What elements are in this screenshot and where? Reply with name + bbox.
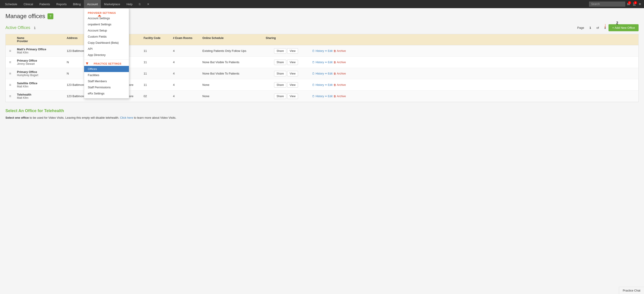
mail-badge: 1 bbox=[628, 1, 631, 4]
td-actions-2: 🗒 History ✏ Edit 🗑 Archive bbox=[309, 57, 349, 68]
dropdown-account-settings[interactable]: Account Settings bbox=[84, 15, 129, 21]
row-handle-1[interactable]: ≡ bbox=[6, 45, 15, 56]
history-button-1[interactable]: 🗒 History bbox=[312, 49, 324, 53]
history-button-4[interactable]: 🗒 History bbox=[312, 83, 324, 87]
share-button-1[interactable]: Share bbox=[274, 48, 286, 54]
dropdown-staff-members[interactable]: Staff Members bbox=[84, 78, 129, 84]
row-handle-4[interactable]: ≡ bbox=[6, 79, 15, 90]
dropdown-divider bbox=[84, 59, 129, 60]
archive-button-2[interactable]: 🗑 Archive bbox=[334, 61, 346, 64]
dropdown-account-setup[interactable]: Account Setup bbox=[84, 27, 129, 34]
td-online-4: None bbox=[200, 79, 264, 90]
row-handle-5[interactable]: ≡ bbox=[6, 91, 15, 102]
add-button[interactable]: + bbox=[638, 2, 642, 7]
telehealth-section: Select An Office for Telehealth Select o… bbox=[6, 108, 638, 120]
page-title: Manage offices bbox=[6, 13, 45, 20]
td-sharing-actions-5: Share View bbox=[264, 91, 309, 102]
nav-close-icon[interactable]: ✕ bbox=[144, 0, 153, 8]
row-handle-3[interactable]: ≡ bbox=[6, 68, 15, 79]
nav-clinical[interactable]: Clinical bbox=[20, 0, 36, 8]
td-name-2: Primary Office Jimmy Stewart bbox=[15, 57, 64, 68]
alert-button[interactable]: ☰ 1 bbox=[633, 2, 636, 6]
search-input[interactable] bbox=[589, 2, 625, 7]
edit-button-3[interactable]: ✏ Edit bbox=[325, 72, 333, 75]
account-dropdown: PROVIDER SETTINGS Account Settings onpat… bbox=[84, 8, 129, 98]
nav-wifi-icon: ⎘ bbox=[136, 0, 144, 8]
edit-button-5[interactable]: ✏ Edit bbox=[325, 95, 333, 98]
dropdown-api[interactable]: API bbox=[84, 46, 129, 52]
view-button-4[interactable]: View bbox=[287, 82, 298, 88]
td-online-1: Existing Patients Only Follow Ups bbox=[200, 45, 264, 56]
td-facility-1: 11 bbox=[141, 45, 171, 56]
nav-marketplace[interactable]: Marketplace bbox=[101, 0, 123, 8]
td-facility-4: 11 bbox=[141, 79, 171, 90]
th-exam-rooms: # Exam Rooms bbox=[171, 34, 200, 45]
provider-settings-title: PROVIDER SETTINGS bbox=[84, 10, 129, 15]
archive-button-1[interactable]: 🗑 Archive bbox=[334, 49, 346, 53]
td-name-5: Telehealth Matt Kihn bbox=[15, 91, 64, 102]
td-exam-1: 4 bbox=[171, 45, 200, 56]
td-online-3: None But Visible To Patients bbox=[200, 68, 264, 79]
dropdown-onpatient-settings[interactable]: onpatient Settings bbox=[84, 21, 129, 27]
edit-button-2[interactable]: ✏ Edit bbox=[325, 61, 333, 64]
archive-button-4[interactable]: 🗑 Archive bbox=[334, 83, 346, 87]
history-button-3[interactable]: 🗒 History bbox=[312, 72, 324, 75]
edit-button-4[interactable]: ✏ Edit bbox=[325, 83, 333, 87]
share-button-4[interactable]: Share bbox=[274, 82, 286, 88]
td-facility-3: 11 bbox=[141, 68, 171, 79]
page-info: Page 1 of 1 bbox=[577, 26, 606, 30]
td-name-1: Matt's Primary Office Matt Kihn bbox=[15, 45, 64, 56]
row-handle-2[interactable]: ≡ bbox=[6, 57, 15, 68]
td-sharing-actions-4: Share View bbox=[264, 79, 309, 90]
practice-settings-title: PRACTICE SETTINGS bbox=[90, 61, 125, 66]
telehealth-bold-text: Select one office bbox=[6, 116, 29, 119]
view-button-1[interactable]: View bbox=[287, 48, 298, 54]
nav-account[interactable]: Account PROVIDER SETTINGS Account Settin… bbox=[84, 0, 101, 8]
telehealth-link[interactable]: Click here bbox=[120, 116, 133, 119]
nav-reports[interactable]: Reports bbox=[53, 0, 70, 8]
td-online-2: None But Visible To Patients bbox=[200, 57, 264, 68]
view-button-5[interactable]: View bbox=[287, 94, 298, 99]
td-sharing-actions-1: Share View bbox=[264, 45, 309, 56]
td-sharing-actions-2: Share View bbox=[264, 57, 309, 68]
help-icon[interactable]: ? bbox=[48, 13, 53, 19]
add-new-office-button[interactable]: + Add New Office bbox=[608, 24, 638, 31]
telehealth-description: Select one office to be used for Video V… bbox=[6, 115, 638, 120]
telehealth-normal-text: to be used for Video Visits. Leaving thi… bbox=[30, 116, 119, 119]
nav-right: ✉ 1 ☰ 1 + bbox=[589, 2, 642, 7]
history-button-5[interactable]: 🗒 History bbox=[312, 95, 324, 98]
history-button-2[interactable]: 🗒 History bbox=[312, 61, 324, 64]
td-actions-4: 🗒 History ✏ Edit 🗑 Archive bbox=[309, 79, 349, 90]
td-name-4: Satellite Office Matt Kihn bbox=[15, 79, 64, 90]
dropdown-erx-settings[interactable]: eRx Settings bbox=[84, 90, 129, 96]
dropdown-staff-permissions[interactable]: Staff Permissions bbox=[84, 84, 129, 90]
view-button-2[interactable]: View bbox=[287, 60, 298, 65]
nav-patients[interactable]: Patients bbox=[36, 0, 53, 8]
th-name: NameProvider bbox=[15, 34, 64, 45]
dropdown-app-directory[interactable]: App Directory bbox=[84, 52, 129, 58]
dropdown-facilities[interactable]: Facilities bbox=[84, 72, 129, 78]
share-button-3[interactable]: Share bbox=[274, 71, 286, 76]
view-button-3[interactable]: View bbox=[287, 71, 298, 76]
td-exam-3: 4 bbox=[171, 68, 200, 79]
nav-items: Schedule Clinical Patients Reports Billi… bbox=[2, 0, 153, 8]
dropdown-custom-fields[interactable]: Custom Fields bbox=[84, 34, 129, 40]
nav-help[interactable]: Help bbox=[123, 0, 136, 8]
nav-schedule[interactable]: Schedule bbox=[2, 0, 20, 8]
section-title: Active Offices bbox=[6, 25, 30, 30]
dropdown-copy-dashboard[interactable]: Copy Dashboard (Beta) bbox=[84, 40, 129, 46]
annotation-arrow-2: ↓ bbox=[604, 22, 607, 29]
dropdown-offices[interactable]: Offices bbox=[84, 66, 129, 72]
archive-button-3[interactable]: 🗑 Archive bbox=[334, 72, 346, 75]
edit-button-1[interactable]: ✏ Edit bbox=[325, 49, 333, 53]
nav-billing[interactable]: Billing bbox=[70, 0, 84, 8]
td-online-5: None bbox=[200, 91, 264, 102]
share-button-5[interactable]: Share bbox=[274, 94, 286, 99]
annotation-2: 2 bbox=[616, 21, 618, 25]
td-exam-4: 4 bbox=[171, 79, 200, 90]
mail-button[interactable]: ✉ 1 bbox=[627, 2, 630, 6]
annotation-1: 1 bbox=[34, 26, 36, 30]
td-facility-5: 02 bbox=[141, 91, 171, 102]
archive-button-5[interactable]: 🗑 Archive bbox=[334, 95, 346, 98]
share-button-2[interactable]: Share bbox=[274, 60, 286, 65]
